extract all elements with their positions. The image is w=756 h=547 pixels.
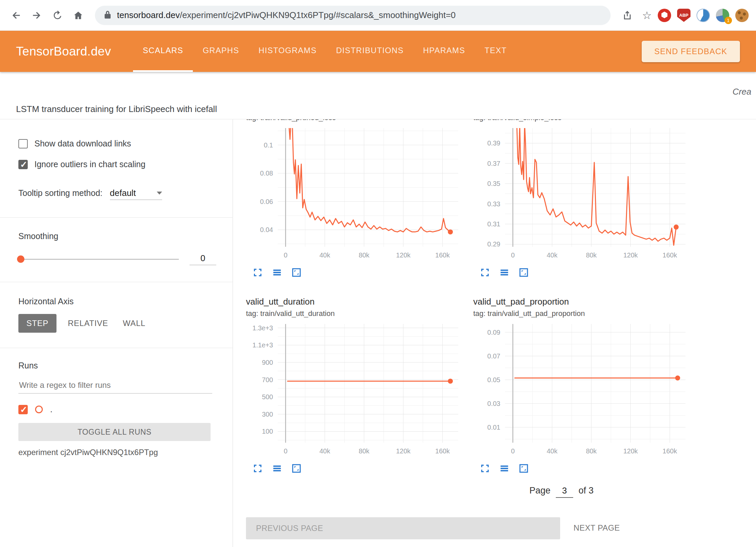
tab-distributions[interactable]: DISTRIBUTIONS	[326, 31, 413, 72]
send-feedback-button[interactable]: SEND FEEDBACK	[642, 41, 740, 62]
tooltip-sorting-row: Tooltip sorting method: default	[18, 188, 162, 200]
cookie-extension-icon[interactable]	[735, 9, 749, 22]
tooltip-sorting-dropdown[interactable]: default	[110, 188, 162, 200]
next-page-button[interactable]: NEXT PAGE	[574, 523, 620, 533]
svg-text:0.08: 0.08	[260, 170, 273, 177]
smoothing-value-input[interactable]	[190, 253, 216, 265]
show-download-links-row[interactable]: Show data download links	[18, 139, 131, 148]
chart-tag: tag: train/valid_utt_pad_proportion	[473, 309, 694, 319]
svg-text:40k: 40k	[547, 251, 558, 259]
fullscreen-icon[interactable]	[480, 267, 491, 278]
svg-text:0: 0	[284, 251, 287, 259]
axis-step-button[interactable]: STEP	[18, 314, 56, 333]
experiment-description: LSTM transducer training for LibriSpeech…	[16, 104, 217, 114]
svg-text:900: 900	[262, 359, 273, 366]
svg-text:0.09: 0.09	[487, 329, 500, 336]
fullscreen-icon[interactable]	[253, 267, 263, 278]
svg-text:0: 0	[511, 251, 515, 259]
page-number-input[interactable]	[556, 485, 573, 498]
svg-text:0.31: 0.31	[487, 220, 500, 228]
axis-relative-button[interactable]: RELATIVE	[68, 314, 108, 333]
address-bar[interactable]: tensorboard.dev/experiment/cj2vtPiwQHKN9…	[95, 6, 611, 25]
browser-actions: ☆ ABP 1	[619, 7, 749, 24]
view-data-icon[interactable]	[272, 463, 283, 474]
tooltip-sorting-label: Tooltip sorting method:	[18, 188, 103, 198]
url-path: /experiment/cj2vtPiwQHKN9Q1tx6PTpg/#scal…	[180, 10, 456, 20]
reload-icon[interactable]	[49, 7, 66, 24]
experiment-name: experiment cj2vtPiwQHKN9Q1tx6PTpg	[18, 448, 158, 457]
toggle-all-runs-button[interactable]: TOGGLE ALL RUNS	[18, 423, 211, 441]
fullscreen-icon[interactable]	[253, 463, 263, 474]
fit-domain-icon[interactable]	[291, 267, 302, 278]
chart-toolbar	[480, 463, 694, 474]
home-icon[interactable]	[70, 7, 87, 24]
horizontal-axis-buttons: STEP RELATIVE WALL	[18, 314, 160, 333]
svg-text:1.1e+3: 1.1e+3	[252, 341, 273, 349]
chart-tag: tag: train/valid_pruned_loss	[246, 119, 467, 123]
fit-domain-icon[interactable]	[291, 463, 302, 474]
svg-text:0.1: 0.1	[264, 141, 273, 149]
show-download-links-label: Show data download links	[34, 139, 131, 148]
view-data-icon[interactable]	[272, 267, 283, 278]
svg-text:0.29: 0.29	[487, 240, 500, 248]
fit-domain-icon[interactable]	[519, 267, 529, 278]
svg-text:0: 0	[511, 447, 515, 455]
view-data-icon[interactable]	[499, 463, 510, 474]
tooltip-sorting-value: default	[110, 188, 136, 198]
ignore-outliers-row[interactable]: Ignore outliers in chart scaling	[18, 159, 145, 169]
abp-extension-icon[interactable]: ABP	[677, 9, 690, 22]
svg-text:160k: 160k	[435, 447, 450, 455]
ignore-outliers-checkbox[interactable]	[18, 160, 28, 169]
slider-track[interactable]	[18, 259, 179, 260]
tab-graphs[interactable]: GRAPHS	[193, 31, 249, 72]
chart-card: valid_utt_pad_proportion tag: train/vali…	[473, 297, 694, 474]
svg-text:40k: 40k	[320, 251, 331, 259]
view-data-icon[interactable]	[499, 267, 510, 278]
show-download-links-checkbox[interactable]	[18, 139, 28, 148]
svg-text:0.04: 0.04	[260, 226, 273, 233]
svg-text:0.06: 0.06	[260, 198, 273, 205]
line-chart: 040k80k120k160k0.290.310.330.350.370.39	[473, 125, 694, 262]
previous-page-button[interactable]: PREVIOUS PAGE	[246, 517, 560, 539]
fullscreen-icon[interactable]	[480, 463, 491, 474]
svg-text:0.33: 0.33	[487, 200, 500, 208]
axis-wall-button[interactable]: WALL	[123, 314, 146, 333]
ignore-outliers-label: Ignore outliers in chart scaling	[34, 159, 145, 169]
app-header: TensorBoard.dev SCALARS GRAPHS HISTOGRAM…	[0, 31, 756, 72]
share-icon[interactable]	[619, 7, 636, 24]
adblock-extension-icon[interactable]	[658, 9, 671, 22]
sidebar-divider	[0, 217, 233, 218]
nav-tabs: SCALARS GRAPHS HISTOGRAMS DISTRIBUTIONS …	[133, 31, 516, 72]
settings-sidebar: Show data download links Ignore outliers…	[0, 119, 233, 547]
scalars-dashboard: tag: train/valid_pruned_loss 040k80k120k…	[233, 119, 756, 547]
chart-card: tag: train/valid_pruned_loss 040k80k120k…	[246, 119, 467, 278]
svg-text:160k: 160k	[662, 447, 677, 455]
tab-text[interactable]: TEXT	[475, 31, 517, 72]
back-icon[interactable]	[7, 7, 25, 24]
tab-histograms[interactable]: HISTOGRAMS	[249, 31, 327, 72]
chart-title: valid_utt_pad_proportion	[473, 297, 694, 308]
fit-domain-icon[interactable]	[519, 463, 529, 474]
smoothing-label: Smoothing	[18, 231, 58, 241]
runs-filter-input[interactable]	[18, 378, 212, 394]
svg-text:80k: 80k	[359, 447, 370, 455]
forward-icon[interactable]	[28, 7, 45, 24]
brand-logo[interactable]: TensorBoard.dev	[16, 44, 111, 59]
svg-text:1.3e+3: 1.3e+3	[252, 324, 273, 332]
profile-extension-icon[interactable]: 1	[716, 9, 729, 22]
sub-toolbar: Crea LSTM transducer training for LibriS…	[0, 72, 756, 119]
pie-extension-icon[interactable]	[697, 9, 710, 22]
chart-title: valid_utt_duration	[246, 297, 467, 308]
svg-text:0.37: 0.37	[487, 160, 500, 167]
clipped-created-text: Crea	[733, 87, 751, 97]
run-list-item[interactable]: .	[18, 405, 52, 414]
run-checkbox[interactable]	[18, 405, 28, 414]
tab-scalars[interactable]: SCALARS	[133, 31, 193, 72]
url-text[interactable]: tensorboard.dev/experiment/cj2vtPiwQHKN9…	[117, 10, 456, 20]
svg-text:700: 700	[262, 376, 273, 384]
bookmark-star-icon[interactable]: ☆	[642, 9, 652, 22]
slider-handle[interactable]	[17, 255, 24, 263]
tab-hparams[interactable]: HPARAMS	[413, 31, 475, 72]
smoothing-slider[interactable]	[18, 252, 179, 266]
svg-text:0.03: 0.03	[487, 400, 500, 407]
